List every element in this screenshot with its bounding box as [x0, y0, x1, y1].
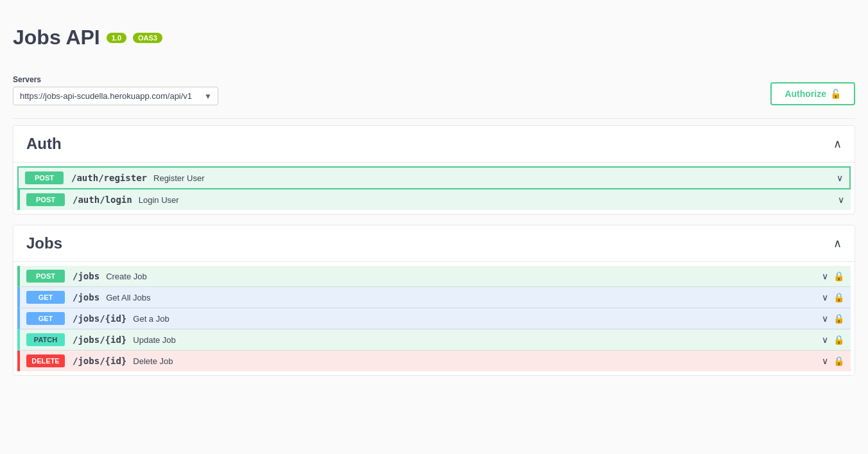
endpoint-row-jobs-1[interactable]: GET /jobs Get All Jobs ∨ 🔒 [17, 287, 851, 308]
section-title-jobs: Jobs [26, 234, 62, 252]
method-badge-get: GET [26, 312, 65, 325]
endpoint-path: /jobs/{id} [73, 335, 126, 345]
authorize-label: Authorize [785, 89, 826, 99]
endpoint-summary: Get a Job [133, 314, 822, 324]
endpoint-actions: ∨ 🔒 [822, 335, 844, 345]
endpoint-path: /auth/register [71, 173, 147, 183]
endpoint-actions: ∨ [837, 173, 843, 183]
endpoints-auth: POST /auth/register Register User ∨ POST… [13, 162, 855, 214]
endpoint-row-jobs-4[interactable]: DELETE /jobs/{id} Delete Job ∨ 🔒 [17, 351, 851, 371]
endpoint-path: /jobs [73, 292, 100, 302]
endpoint-path: /jobs/{id} [73, 313, 126, 324]
endpoint-summary: Get All Jobs [106, 293, 822, 302]
endpoint-lock-icon: 🔒 [833, 356, 844, 366]
endpoint-actions: ∨ [838, 195, 844, 205]
section-header-jobs[interactable]: Jobs ∧ [13, 225, 855, 262]
endpoint-summary: Register User [153, 173, 837, 183]
endpoint-summary: Login User [139, 195, 838, 205]
endpoint-chevron-icon: ∨ [822, 292, 828, 302]
section-auth: Auth ∧ POST /auth/register Register User… [13, 125, 855, 214]
servers-select-wrapper: https://jobs-api-scudella.herokuapp.com/… [13, 87, 218, 105]
servers-row: Servers https://jobs-api-scudella.heroku… [13, 69, 855, 119]
endpoints-jobs: POST /jobs Create Job ∨ 🔒 GET /jobs Get … [13, 262, 855, 375]
endpoint-lock-icon: 🔒 [833, 292, 844, 302]
endpoint-row-jobs-0[interactable]: POST /jobs Create Job ∨ 🔒 [17, 266, 851, 287]
section-chevron-jobs: ∧ [833, 236, 842, 250]
endpoint-row-auth-1[interactable]: POST /auth/login Login User ∨ [17, 189, 851, 210]
endpoint-chevron-icon: ∨ [822, 356, 828, 366]
endpoint-path: /jobs/{id} [73, 356, 126, 366]
endpoint-chevron-icon: ∨ [822, 271, 828, 281]
endpoint-path: /auth/login [73, 195, 132, 205]
endpoint-chevron-icon: ∨ [822, 313, 828, 324]
section-jobs: Jobs ∧ POST /jobs Create Job ∨ 🔒 GET /jo… [13, 225, 855, 376]
endpoint-row-jobs-3[interactable]: PATCH /jobs/{id} Update Job ∨ 🔒 [17, 329, 851, 351]
sections-container: Auth ∧ POST /auth/register Register User… [13, 125, 855, 376]
section-chevron-auth: ∧ [833, 137, 842, 151]
endpoint-actions: ∨ 🔒 [822, 356, 844, 366]
section-title-auth: Auth [26, 135, 62, 153]
endpoint-row-jobs-2[interactable]: GET /jobs/{id} Get a Job ∨ 🔒 [17, 308, 851, 329]
endpoint-summary: Update Job [133, 335, 822, 345]
method-badge-patch: PATCH [26, 333, 65, 346]
endpoint-actions: ∨ 🔒 [822, 292, 844, 302]
endpoint-lock-icon: 🔒 [833, 313, 844, 324]
servers-label: Servers [13, 75, 218, 84]
method-badge-post: POST [26, 193, 65, 206]
endpoint-summary: Create Job [106, 272, 822, 281]
servers-select[interactable]: https://jobs-api-scudella.herokuapp.com/… [13, 87, 218, 105]
method-badge-delete: DELETE [26, 354, 65, 367]
method-badge-post: POST [26, 270, 65, 283]
method-badge-get: GET [26, 291, 65, 304]
endpoint-actions: ∨ 🔒 [822, 271, 844, 281]
version-badge: 1.0 [107, 33, 126, 43]
method-badge-post: POST [25, 171, 64, 184]
endpoint-summary: Delete Job [133, 356, 822, 366]
section-header-auth[interactable]: Auth ∧ [13, 126, 855, 162]
servers-section: Servers https://jobs-api-scudella.heroku… [13, 75, 218, 105]
oas3-badge: OAS3 [133, 33, 162, 43]
endpoint-actions: ∨ 🔒 [822, 313, 844, 324]
api-title: Jobs API [13, 26, 100, 49]
lock-icon: 🔓 [830, 89, 841, 99]
endpoint-chevron-icon: ∨ [822, 335, 828, 345]
endpoint-chevron-icon: ∨ [838, 195, 844, 205]
endpoint-path: /jobs [73, 271, 100, 281]
endpoint-lock-icon: 🔒 [833, 335, 844, 345]
endpoint-row-auth-0[interactable]: POST /auth/register Register User ∨ [17, 166, 851, 189]
endpoint-lock-icon: 🔒 [833, 271, 844, 281]
endpoint-chevron-icon: ∨ [837, 173, 843, 183]
authorize-button[interactable]: Authorize 🔓 [770, 82, 855, 105]
api-header: Jobs API 1.0 OAS3 [13, 13, 855, 69]
